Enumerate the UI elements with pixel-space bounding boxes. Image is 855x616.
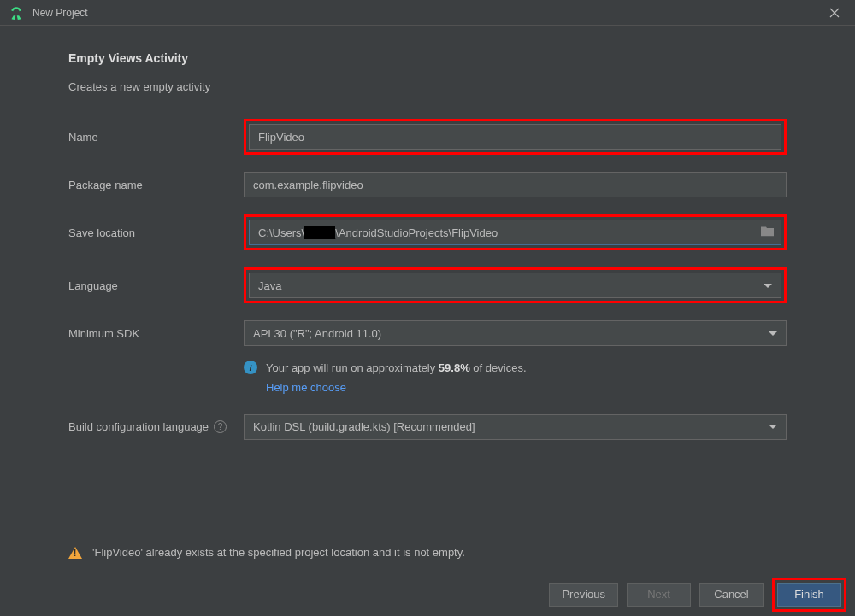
- location-redacted: _____: [304, 226, 335, 239]
- location-input[interactable]: C:\Users\_____\AndroidStudioProjects\Fli…: [249, 220, 781, 245]
- finish-button[interactable]: Finish: [777, 583, 841, 607]
- buildlang-value: Kotlin DSL (build.gradle.kts) [Recommend…: [253, 420, 769, 433]
- folder-icon[interactable]: [761, 226, 774, 239]
- sdk-info: i Your app will run on approximately 59.…: [244, 360, 787, 397]
- row-buildlang: Build configuration language ? Kotlin DS…: [68, 414, 787, 440]
- minsdk-value: API 30 ("R"; Android 11.0): [253, 327, 769, 340]
- label-buildlang: Build configuration language ?: [68, 420, 244, 433]
- chevron-down-icon: [769, 331, 777, 336]
- label-package: Package name: [68, 179, 244, 191]
- warning-bar: 'FlipVideo' already exists at the specif…: [0, 536, 855, 569]
- highlight-language: Java: [244, 267, 787, 303]
- info-percent: 59.8%: [439, 361, 470, 374]
- row-name: Name: [68, 119, 787, 155]
- titlebar: New Project: [0, 0, 855, 26]
- page-subtitle: Creates a new empty activity: [68, 80, 787, 93]
- warning-icon: [68, 547, 82, 559]
- field-buildlang: Kotlin DSL (build.gradle.kts) [Recommend…: [244, 414, 787, 440]
- label-buildlang-text: Build configuration language: [68, 420, 209, 433]
- chevron-down-icon: [764, 284, 772, 288]
- label-language: Language: [68, 279, 244, 292]
- language-value: Java: [258, 279, 764, 292]
- label-minsdk: Minimum SDK: [68, 327, 244, 340]
- field-package: [244, 172, 787, 197]
- field-minsdk: API 30 ("R"; Android 11.0): [244, 320, 787, 346]
- info-pre: Your app will run on approximately: [266, 361, 439, 374]
- label-location: Save location: [68, 226, 244, 239]
- info-icon: i: [244, 361, 257, 374]
- name-input[interactable]: [249, 124, 781, 150]
- next-button: Next: [627, 583, 691, 607]
- previous-button[interactable]: Previous: [549, 583, 618, 607]
- label-name: Name: [68, 131, 244, 144]
- button-bar: Previous Next Cancel Finish: [0, 572, 855, 616]
- package-input[interactable]: [244, 172, 787, 197]
- buildlang-dropdown[interactable]: Kotlin DSL (build.gradle.kts) [Recommend…: [244, 414, 787, 440]
- location-post: \AndroidStudioProjects\FlipVideo: [335, 226, 498, 239]
- page-title: Empty Views Activity: [68, 51, 787, 65]
- cancel-button[interactable]: Cancel: [699, 583, 764, 607]
- window-title: New Project: [32, 7, 823, 19]
- minsdk-dropdown[interactable]: API 30 ("R"; Android 11.0): [244, 320, 787, 346]
- chevron-down-icon: [769, 425, 777, 429]
- help-icon[interactable]: ?: [214, 420, 227, 433]
- help-me-choose-link[interactable]: Help me choose: [266, 379, 527, 397]
- row-package: Package name: [68, 172, 787, 197]
- android-studio-icon: [9, 5, 24, 21]
- language-dropdown[interactable]: Java: [249, 273, 781, 298]
- row-minsdk: Minimum SDK API 30 ("R"; Android 11.0): [68, 320, 787, 346]
- row-location: Save location C:\Users\_____\AndroidStud…: [68, 214, 787, 250]
- info-post: of devices.: [470, 361, 527, 374]
- row-language: Language Java: [68, 267, 787, 303]
- sdk-info-text: Your app will run on approximately 59.8%…: [266, 360, 527, 397]
- warning-text: 'FlipVideo' already exists at the specif…: [92, 546, 465, 559]
- location-pre: C:\Users\: [258, 226, 304, 239]
- highlight-location: C:\Users\_____\AndroidStudioProjects\Fli…: [244, 214, 787, 250]
- close-icon[interactable]: [823, 1, 846, 25]
- highlight-name: [244, 119, 787, 155]
- highlight-finish: Finish: [772, 578, 846, 612]
- content-area: Empty Views Activity Creates a new empty…: [0, 26, 855, 466]
